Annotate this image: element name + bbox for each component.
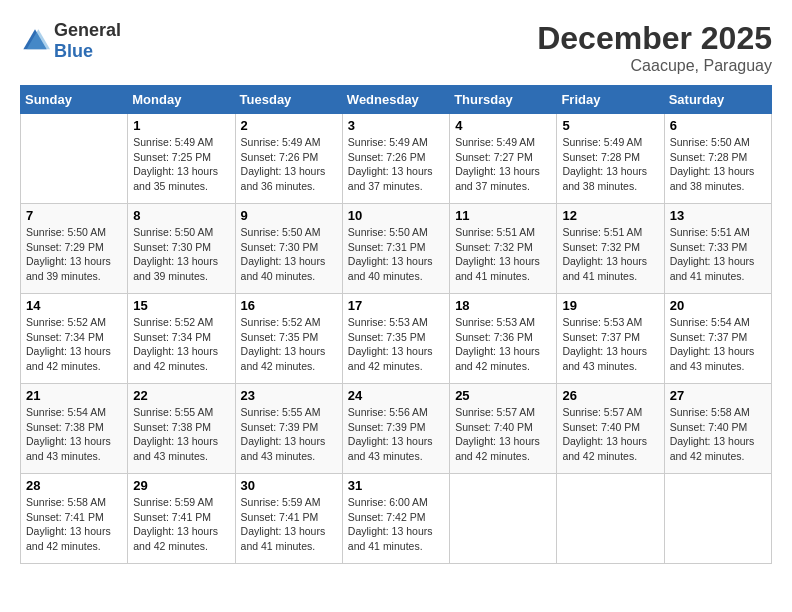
calendar-cell: 24Sunrise: 5:56 AMSunset: 7:39 PMDayligh… [342,384,449,474]
calendar-cell: 6Sunrise: 5:50 AMSunset: 7:28 PMDaylight… [664,114,771,204]
day-info: Sunrise: 5:54 AMSunset: 7:37 PMDaylight:… [670,315,766,374]
weekday-header-friday: Friday [557,86,664,114]
day-number: 7 [26,208,122,223]
day-number: 10 [348,208,444,223]
calendar-cell: 12Sunrise: 5:51 AMSunset: 7:32 PMDayligh… [557,204,664,294]
calendar-cell: 9Sunrise: 5:50 AMSunset: 7:30 PMDaylight… [235,204,342,294]
calendar-cell [21,114,128,204]
calendar-cell: 3Sunrise: 5:49 AMSunset: 7:26 PMDaylight… [342,114,449,204]
calendar-cell [664,474,771,564]
day-number: 21 [26,388,122,403]
weekday-header-sunday: Sunday [21,86,128,114]
weekday-header-saturday: Saturday [664,86,771,114]
weekday-header-thursday: Thursday [450,86,557,114]
day-info: Sunrise: 5:55 AMSunset: 7:38 PMDaylight:… [133,405,229,464]
calendar-cell: 20Sunrise: 5:54 AMSunset: 7:37 PMDayligh… [664,294,771,384]
calendar-cell: 22Sunrise: 5:55 AMSunset: 7:38 PMDayligh… [128,384,235,474]
day-info: Sunrise: 5:51 AMSunset: 7:33 PMDaylight:… [670,225,766,284]
weekday-header-monday: Monday [128,86,235,114]
calendar-cell: 26Sunrise: 5:57 AMSunset: 7:40 PMDayligh… [557,384,664,474]
day-info: Sunrise: 5:49 AMSunset: 7:28 PMDaylight:… [562,135,658,194]
calendar-cell: 15Sunrise: 5:52 AMSunset: 7:34 PMDayligh… [128,294,235,384]
day-number: 1 [133,118,229,133]
day-number: 3 [348,118,444,133]
title-block: December 2025 Caacupe, Paraguay [537,20,772,75]
calendar-cell: 10Sunrise: 5:50 AMSunset: 7:31 PMDayligh… [342,204,449,294]
day-info: Sunrise: 5:50 AMSunset: 7:28 PMDaylight:… [670,135,766,194]
calendar-body: 1Sunrise: 5:49 AMSunset: 7:25 PMDaylight… [21,114,772,564]
calendar-cell: 8Sunrise: 5:50 AMSunset: 7:30 PMDaylight… [128,204,235,294]
logo-blue: Blue [54,41,93,61]
calendar-cell: 5Sunrise: 5:49 AMSunset: 7:28 PMDaylight… [557,114,664,204]
day-number: 9 [241,208,337,223]
day-info: Sunrise: 5:57 AMSunset: 7:40 PMDaylight:… [562,405,658,464]
day-number: 19 [562,298,658,313]
day-info: Sunrise: 5:53 AMSunset: 7:35 PMDaylight:… [348,315,444,374]
day-number: 18 [455,298,551,313]
day-number: 27 [670,388,766,403]
day-number: 24 [348,388,444,403]
calendar-cell: 31Sunrise: 6:00 AMSunset: 7:42 PMDayligh… [342,474,449,564]
calendar-table: SundayMondayTuesdayWednesdayThursdayFrid… [20,85,772,564]
calendar-cell: 2Sunrise: 5:49 AMSunset: 7:26 PMDaylight… [235,114,342,204]
calendar-cell: 30Sunrise: 5:59 AMSunset: 7:41 PMDayligh… [235,474,342,564]
day-number: 2 [241,118,337,133]
day-number: 8 [133,208,229,223]
calendar-cell: 19Sunrise: 5:53 AMSunset: 7:37 PMDayligh… [557,294,664,384]
calendar-cell: 17Sunrise: 5:53 AMSunset: 7:35 PMDayligh… [342,294,449,384]
day-info: Sunrise: 5:52 AMSunset: 7:35 PMDaylight:… [241,315,337,374]
day-info: Sunrise: 5:53 AMSunset: 7:36 PMDaylight:… [455,315,551,374]
calendar-cell: 23Sunrise: 5:55 AMSunset: 7:39 PMDayligh… [235,384,342,474]
day-info: Sunrise: 5:54 AMSunset: 7:38 PMDaylight:… [26,405,122,464]
day-info: Sunrise: 5:50 AMSunset: 7:29 PMDaylight:… [26,225,122,284]
calendar-cell: 16Sunrise: 5:52 AMSunset: 7:35 PMDayligh… [235,294,342,384]
day-number: 4 [455,118,551,133]
day-number: 29 [133,478,229,493]
page-header: General Blue December 2025 Caacupe, Para… [20,20,772,75]
calendar-week-2: 7Sunrise: 5:50 AMSunset: 7:29 PMDaylight… [21,204,772,294]
calendar-header: SundayMondayTuesdayWednesdayThursdayFrid… [21,86,772,114]
day-number: 23 [241,388,337,403]
day-number: 15 [133,298,229,313]
day-info: Sunrise: 5:58 AMSunset: 7:40 PMDaylight:… [670,405,766,464]
calendar-cell: 27Sunrise: 5:58 AMSunset: 7:40 PMDayligh… [664,384,771,474]
day-number: 26 [562,388,658,403]
day-number: 5 [562,118,658,133]
calendar-cell [557,474,664,564]
weekday-header-wednesday: Wednesday [342,86,449,114]
calendar-week-5: 28Sunrise: 5:58 AMSunset: 7:41 PMDayligh… [21,474,772,564]
day-info: Sunrise: 5:57 AMSunset: 7:40 PMDaylight:… [455,405,551,464]
calendar-cell: 21Sunrise: 5:54 AMSunset: 7:38 PMDayligh… [21,384,128,474]
day-info: Sunrise: 5:53 AMSunset: 7:37 PMDaylight:… [562,315,658,374]
logo-general: General [54,20,121,40]
day-info: Sunrise: 5:58 AMSunset: 7:41 PMDaylight:… [26,495,122,554]
day-number: 11 [455,208,551,223]
day-number: 12 [562,208,658,223]
calendar-cell: 14Sunrise: 5:52 AMSunset: 7:34 PMDayligh… [21,294,128,384]
day-info: Sunrise: 5:49 AMSunset: 7:25 PMDaylight:… [133,135,229,194]
day-info: Sunrise: 5:49 AMSunset: 7:26 PMDaylight:… [348,135,444,194]
weekday-row: SundayMondayTuesdayWednesdayThursdayFrid… [21,86,772,114]
logo-icon [20,26,50,56]
day-number: 14 [26,298,122,313]
calendar-cell [450,474,557,564]
calendar-week-1: 1Sunrise: 5:49 AMSunset: 7:25 PMDaylight… [21,114,772,204]
day-number: 17 [348,298,444,313]
day-info: Sunrise: 5:50 AMSunset: 7:30 PMDaylight:… [241,225,337,284]
day-number: 6 [670,118,766,133]
calendar-cell: 13Sunrise: 5:51 AMSunset: 7:33 PMDayligh… [664,204,771,294]
day-number: 30 [241,478,337,493]
calendar-week-4: 21Sunrise: 5:54 AMSunset: 7:38 PMDayligh… [21,384,772,474]
day-number: 25 [455,388,551,403]
day-info: Sunrise: 5:55 AMSunset: 7:39 PMDaylight:… [241,405,337,464]
day-info: Sunrise: 5:52 AMSunset: 7:34 PMDaylight:… [133,315,229,374]
calendar-cell: 7Sunrise: 5:50 AMSunset: 7:29 PMDaylight… [21,204,128,294]
calendar-cell: 11Sunrise: 5:51 AMSunset: 7:32 PMDayligh… [450,204,557,294]
day-info: Sunrise: 5:50 AMSunset: 7:30 PMDaylight:… [133,225,229,284]
weekday-header-tuesday: Tuesday [235,86,342,114]
calendar-cell: 25Sunrise: 5:57 AMSunset: 7:40 PMDayligh… [450,384,557,474]
day-info: Sunrise: 5:50 AMSunset: 7:31 PMDaylight:… [348,225,444,284]
calendar-cell: 28Sunrise: 5:58 AMSunset: 7:41 PMDayligh… [21,474,128,564]
location-subtitle: Caacupe, Paraguay [537,57,772,75]
day-info: Sunrise: 5:52 AMSunset: 7:34 PMDaylight:… [26,315,122,374]
